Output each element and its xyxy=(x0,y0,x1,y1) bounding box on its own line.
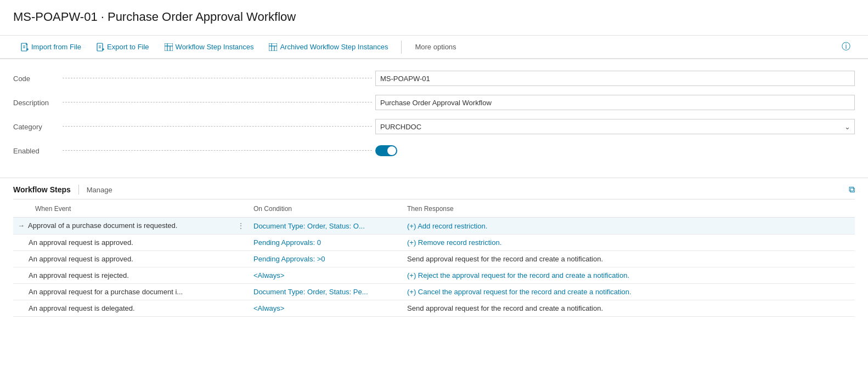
header-row: When Event On Condition Then Response xyxy=(13,199,855,218)
toolbar: Import from File Export to File Workflow… xyxy=(0,36,868,59)
when-event-text: An approval request is delegated. xyxy=(29,304,135,312)
enabled-label: Enabled xyxy=(13,147,375,155)
then-response-cell[interactable]: (+) Add record restriction. xyxy=(403,218,855,235)
page-header: MS-POAPW-01 · Purchase Order Approval Wo… xyxy=(0,0,868,36)
page-title: MS-POAPW-01 · Purchase Order Approval Wo… xyxy=(13,10,855,24)
on-condition-cell[interactable]: <Always> xyxy=(249,300,403,317)
when-event-text: An approval request for a purchase docum… xyxy=(29,288,183,296)
archived-button[interactable]: Archived Workflow Step Instances xyxy=(261,39,396,54)
import-icon xyxy=(21,43,29,52)
description-row: Description xyxy=(13,94,855,111)
section-divider xyxy=(78,185,79,195)
archived-label: Archived Workflow Step Instances xyxy=(280,43,388,51)
export-to-file-button[interactable]: Export to File xyxy=(89,39,157,55)
then-response-cell[interactable]: (+) Remove record restriction. xyxy=(403,235,855,251)
row-arrow: → xyxy=(18,221,25,230)
table-row[interactable]: An approval request is approved.Pending … xyxy=(13,235,855,251)
enabled-toggle[interactable] xyxy=(375,145,397,156)
more-options-button[interactable]: More options xyxy=(407,39,464,54)
toggle-switch[interactable] xyxy=(375,145,397,156)
description-label: Description xyxy=(13,99,375,107)
table-icon-1 xyxy=(165,43,173,51)
svg-rect-14 xyxy=(269,43,277,51)
category-select-wrapper: PURCHDOC ⌄ xyxy=(375,119,855,134)
on-condition-cell[interactable]: Pending Approvals: 0 xyxy=(249,235,403,251)
when-event-cell: An approval request is rejected. xyxy=(13,267,249,284)
table-row[interactable]: An approval request is approved.Pending … xyxy=(13,251,855,267)
on-condition-cell[interactable]: Document Type: Order, Status: Pe... xyxy=(249,284,403,300)
category-select[interactable]: PURCHDOC xyxy=(375,119,855,134)
when-event-text: An approval request is rejected. xyxy=(29,271,129,279)
when-event-cell: →Approval of a purchase document is requ… xyxy=(13,218,249,235)
svg-rect-5 xyxy=(97,43,103,51)
export-icon xyxy=(97,43,104,52)
info-icon[interactable]: ⓘ xyxy=(837,39,855,55)
then-response-cell: Send approval request for the record and… xyxy=(403,251,855,267)
when-event-cell: An approval request is delegated. xyxy=(13,300,249,317)
when-event-cell: An approval request is approved. xyxy=(13,251,249,267)
expand-icon[interactable]: ⧉ xyxy=(849,185,855,195)
table-row[interactable]: An approval request for a purchase docum… xyxy=(13,284,855,300)
workflow-steps-section: Workflow Steps Manage ⧉ When Event On Co… xyxy=(0,178,868,317)
then-response-cell[interactable]: (+) Reject the approval request for the … xyxy=(403,267,855,284)
import-label: Import from File xyxy=(31,43,81,51)
when-event-text: An approval request is approved. xyxy=(29,255,133,263)
dotted-line-enabled xyxy=(63,150,372,151)
on-condition-cell[interactable]: <Always> xyxy=(249,267,403,284)
workflow-table: When Event On Condition Then Response →A… xyxy=(13,199,855,317)
table-row[interactable]: An approval request is delegated.<Always… xyxy=(13,300,855,317)
description-input[interactable] xyxy=(375,95,855,110)
then-response-cell: Send approval request for the record and… xyxy=(403,300,855,317)
col-then-response: Then Response xyxy=(403,199,855,218)
manage-button[interactable]: Manage xyxy=(87,186,112,194)
drag-handle-icon[interactable]: ⋮ xyxy=(237,221,245,230)
category-label: Category xyxy=(13,123,375,131)
col-on-condition: On Condition xyxy=(249,199,403,218)
table-row[interactable]: An approval request is rejected.<Always>… xyxy=(13,267,855,284)
form-section: Code Description Category PURCHDOC ⌄ Ena… xyxy=(0,59,868,178)
table-icon-2 xyxy=(269,43,277,51)
category-row: Category PURCHDOC ⌄ xyxy=(13,118,855,135)
table-row[interactable]: →Approval of a purchase document is requ… xyxy=(13,218,855,235)
dotted-line-cat xyxy=(63,126,372,127)
import-from-file-button[interactable]: Import from File xyxy=(13,39,89,55)
table-header: When Event On Condition Then Response xyxy=(13,199,855,218)
when-event-text: An approval request is approved. xyxy=(29,238,133,247)
code-input[interactable] xyxy=(375,71,855,86)
dotted-line-desc xyxy=(63,102,372,102)
workflow-instances-label: Workflow Step Instances xyxy=(176,43,254,51)
when-event-cell: An approval request for a purchase docum… xyxy=(13,284,249,300)
section-header: Workflow Steps Manage ⧉ xyxy=(13,178,855,199)
when-event-cell: An approval request is approved. xyxy=(13,235,249,251)
code-label: Code xyxy=(13,75,375,83)
workflow-rows: →Approval of a purchase document is requ… xyxy=(13,218,855,317)
toolbar-separator xyxy=(401,41,402,54)
on-condition-cell[interactable]: Document Type: Order, Status: O... xyxy=(249,218,403,235)
dotted-line-code xyxy=(63,78,372,78)
col-when-event: When Event xyxy=(13,199,249,218)
section-title: Workflow Steps xyxy=(13,185,71,194)
workflow-instances-button[interactable]: Workflow Step Instances xyxy=(157,39,262,54)
toggle-thumb xyxy=(387,146,396,155)
more-options-label: More options xyxy=(415,43,456,51)
when-event-text: Approval of a purchase document is reque… xyxy=(28,221,177,230)
then-response-cell[interactable]: (+) Cancel the approval request for the … xyxy=(403,284,855,300)
export-label: Export to File xyxy=(107,43,149,51)
code-row: Code xyxy=(13,70,855,87)
on-condition-cell[interactable]: Pending Approvals: >0 xyxy=(249,251,403,267)
svg-rect-10 xyxy=(165,43,173,51)
enabled-row: Enabled xyxy=(13,142,855,159)
